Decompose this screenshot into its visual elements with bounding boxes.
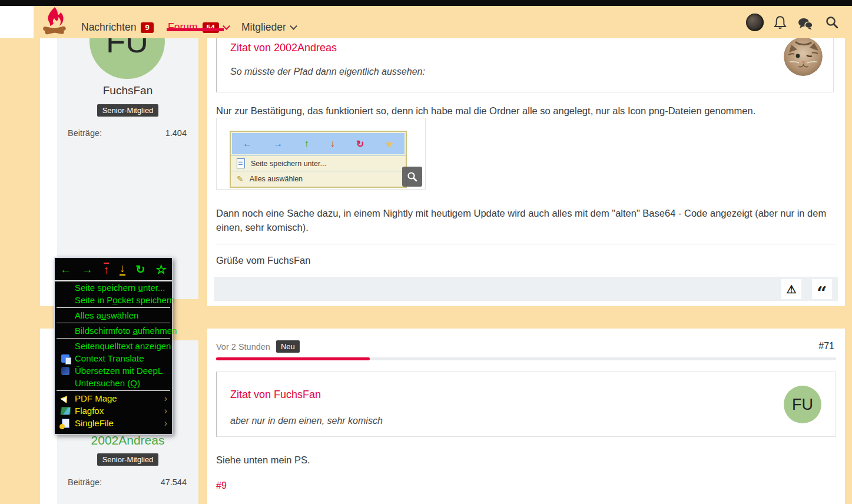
post2-gap	[198, 329, 207, 504]
user-avatar[interactable]	[746, 14, 764, 31]
deepl-icon	[61, 367, 69, 375]
post1-paragraph-2: Dann noch eine Sache dazu, in einem Nigh…	[216, 206, 836, 234]
save-download-icon[interactable]: ↓	[120, 263, 125, 276]
bell-icon	[774, 15, 787, 29]
main-navigation: Nachrichten 9 Forum 54 Mitglieder	[0, 6, 852, 38]
menu-item-singlefile[interactable]: SingleFile ›	[55, 417, 172, 429]
scroll-top-icon[interactable]: ↑	[104, 263, 110, 276]
nav-label: Nachrichten	[81, 21, 136, 34]
nachrichten-count-badge: 9	[141, 22, 153, 33]
thumb-menu-row: ✎ Alles auswählen	[231, 171, 406, 186]
thumb-menu-row: Seite speichern unter...	[231, 155, 406, 171]
menu-item-take-screenshot[interactable]: Bildschirmfoto aufnehmen	[55, 324, 172, 337]
nav-item-forum[interactable]: Forum 54	[168, 21, 229, 34]
post1-author-name[interactable]: FuchsFan	[57, 84, 198, 97]
flagfox-icon	[60, 407, 71, 415]
nav-item-mitglieder[interactable]: Mitglieder	[241, 21, 296, 34]
menu-item-pdf-mage[interactable]: PDF Mage ›	[55, 392, 172, 404]
thumb-star-icon: ★	[386, 138, 394, 150]
post1-rank-wrap: Senior-Mitglied	[57, 104, 198, 117]
post2-quote-block[interactable]: Zitat von FuchsFan aber nur in dem einen…	[216, 372, 836, 437]
submenu-arrow-icon: ›	[164, 406, 167, 416]
quote2-title[interactable]: Zitat von FuchsFan	[230, 389, 321, 401]
search-icon	[826, 16, 838, 29]
thumb-up-icon: ↑	[304, 138, 309, 149]
menu-item-select-all[interactable]: Alles auswählen	[55, 309, 172, 321]
menu-separator	[57, 307, 170, 308]
quoted-author-avatar-cat[interactable]	[784, 37, 823, 76]
post2-timestamp[interactable]: Vor 2 Stunden	[216, 342, 270, 352]
post1-quote-block[interactable]: Zitat von 2002Andreas So müsste der Pfad…	[216, 38, 834, 92]
post1-signature: Grüße vom FuchsFan	[216, 253, 310, 267]
magnifier-icon	[407, 171, 417, 182]
nav-label: Forum	[168, 21, 198, 34]
forward-icon[interactable]: →	[82, 264, 93, 275]
pencil-icon: ✎	[237, 174, 244, 184]
menu-item-save-to-pocket[interactable]: Seite in Pocket speichern	[55, 294, 172, 306]
submenu-arrow-icon: ›	[164, 394, 167, 403]
back-icon[interactable]: ←	[60, 264, 71, 275]
quote1-body: So müsste der Pfad dann eigentlich ausse…	[230, 67, 425, 77]
stats-value[interactable]: 47.544	[161, 478, 187, 487]
top-black-strip	[0, 0, 852, 6]
post1-stats-row: Beiträge: 1.404	[68, 128, 187, 138]
thumb-reload-icon: ↻	[356, 138, 364, 150]
report-button[interactable]: ⚠	[781, 279, 801, 299]
menu-item-save-page-as[interactable]: Seite speichern unter...	[55, 281, 172, 294]
post2-author-name[interactable]: 2002Andreas	[57, 433, 198, 447]
post2-meta-row: Vor 2 Stunden Neu	[216, 340, 300, 353]
post1-footer-bar	[214, 277, 838, 301]
nav-item-nachrichten[interactable]: Nachrichten 9	[81, 21, 154, 34]
campfire-logo[interactable]	[41, 6, 68, 40]
stats-value[interactable]: 1.404	[165, 128, 187, 138]
attachment-zoom-button[interactable]	[402, 167, 422, 187]
quote1-title[interactable]: Zitat von 2002Andreas	[230, 42, 337, 54]
thumbnail-toolbar: ← → ↑ ↓ ↻ ★	[232, 133, 405, 154]
post-reference-link[interactable]: #9	[216, 480, 227, 491]
menu-separator	[57, 338, 170, 339]
post2-rank-badge: Senior-Mitglied	[97, 453, 159, 466]
post1-paragraph-1: Nur zur Bestätigung, das funktioniert so…	[216, 104, 836, 118]
google-translate-icon	[61, 354, 69, 363]
menu-item-inspect[interactable]: Untersuchen (Q)	[55, 377, 172, 389]
post2-rank-wrap: Senior-Mitglied	[57, 453, 198, 466]
post1-attachment-thumbnail[interactable]: ← → ↑ ↓ ↻ ★ Seite speichern unter... ✎ A…	[216, 118, 426, 190]
post1-rank-badge: Senior-Mitglied	[97, 104, 159, 117]
thumbnail-window: ← → ↑ ↓ ↻ ★ Seite speichern unter... ✎ A…	[230, 131, 407, 188]
forum-page: FU FuchsFan Senior-Mitglied Beiträge: 1.…	[0, 0, 852, 504]
menu-item-deepl-translate[interactable]: Übersetzen mit DeepL	[55, 364, 172, 377]
browser-context-menu: ← → ↑ ↓ ↻ ☆ Seite speichern unter... Sei…	[54, 257, 173, 435]
bookmark-star-icon[interactable]: ☆	[155, 263, 167, 276]
pdf-mage-icon	[60, 393, 71, 403]
submenu-arrow-icon: ›	[164, 419, 167, 428]
post2-number-link[interactable]: #71	[818, 341, 834, 352]
post2-paragraph-1: Siehe unten mein PS.	[216, 453, 310, 467]
post2-divider-gray	[370, 357, 836, 360]
cat-image	[784, 37, 823, 76]
stats-label: Beiträge:	[68, 128, 102, 138]
stats-label: Beiträge:	[68, 478, 102, 487]
quote-icon: “	[817, 290, 827, 296]
post2-divider-red	[216, 357, 370, 360]
notifications-button[interactable]	[774, 15, 787, 32]
quoted-author-avatar-fu[interactable]: FU	[784, 386, 821, 423]
thumb-row-label: Alles auswählen	[250, 175, 303, 183]
conversations-button[interactable]	[798, 18, 813, 32]
menu-separator	[57, 323, 170, 323]
chat-bubbles-icon	[798, 18, 813, 30]
signature-divider	[216, 244, 836, 244]
menu-item-flagfox[interactable]: Flagfox ›	[55, 404, 172, 417]
reload-icon[interactable]: ↻	[135, 264, 145, 275]
document-icon	[237, 158, 245, 168]
menu-item-context-translate[interactable]: Context Translate	[55, 352, 172, 364]
avatar-initials: FU	[792, 396, 813, 414]
active-tab-underline	[167, 28, 224, 31]
menu-item-view-source[interactable]: Seitenquelltext anzeigen	[55, 340, 172, 352]
chevron-down-icon	[223, 22, 230, 30]
thumb-down-icon: ↓	[330, 138, 335, 149]
menu-separator	[57, 390, 170, 391]
search-button[interactable]	[826, 16, 838, 31]
campfire-logo-image	[41, 6, 68, 38]
warning-icon: ⚠	[786, 283, 796, 296]
quote-button[interactable]: “	[812, 279, 832, 299]
